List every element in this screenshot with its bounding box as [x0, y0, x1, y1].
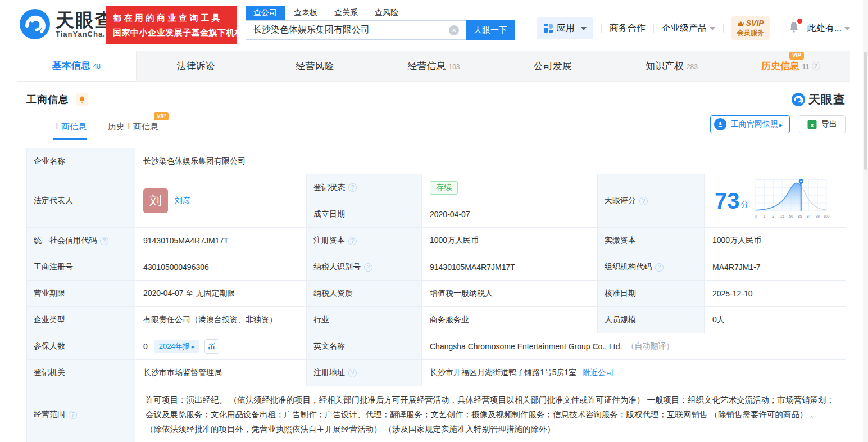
field-label-reg-number: 工商注册号 [27, 254, 135, 281]
search-tab-boss[interactable]: 查老板 [294, 6, 317, 20]
trend-chart-button[interactable] [204, 339, 219, 354]
apps-menu-button[interactable]: 应用 [537, 17, 593, 39]
bell-icon [79, 96, 85, 103]
bar-chart-icon [208, 342, 216, 350]
chevron-down-icon [581, 27, 587, 30]
nearby-companies-link[interactable]: 附近公司 [582, 368, 613, 378]
field-label-score: 天眼评分 [598, 174, 705, 228]
help-icon[interactable] [348, 183, 357, 192]
vip-badge: VIP [154, 112, 169, 120]
legal-rep-link[interactable]: 刘彦 [175, 196, 190, 206]
clear-search-icon[interactable] [449, 25, 459, 35]
tab-business-risk[interactable]: 经营风险 [255, 51, 374, 81]
field-label-insured-count: 参保人数 [27, 333, 135, 360]
tab-legal-proceedings[interactable]: 法律诉讼 [137, 51, 256, 81]
help-icon[interactable] [655, 263, 664, 272]
field-value-taxpayer-id: 91430105MA4R7JM17T [422, 254, 598, 281]
chevron-down-icon [844, 27, 850, 30]
nav-business-cooperation[interactable]: 商务合作 [610, 22, 646, 34]
help-icon[interactable] [100, 237, 108, 245]
status-badge: 存续 [430, 181, 458, 195]
field-value-taxpayer-quality: 增值税一般纳税人 [422, 281, 598, 307]
help-icon[interactable] [348, 237, 357, 245]
svg-text:0: 0 [755, 214, 757, 218]
field-label-reg-capital: 注册资本 [307, 228, 422, 254]
svg-text:50: 50 [789, 214, 793, 218]
svg-text:97: 97 [806, 214, 811, 218]
search-input[interactable] [246, 21, 466, 39]
subtab-history-business-info[interactable]: 历史工商信息 VIP [108, 121, 158, 140]
section-title: 工商信息 [26, 93, 69, 106]
field-label-company-type: 企业类型 [27, 307, 135, 333]
field-value-industry: 商务服务业 [422, 307, 598, 333]
field-label-industry: 行业 [307, 307, 422, 333]
search-tabs: 查公司 查老板 查关系 查风险 [246, 5, 515, 20]
help-icon[interactable] [812, 62, 820, 70]
banner-line1: 都在用的商业查询工具 [113, 11, 229, 25]
help-icon[interactable] [348, 369, 357, 377]
field-label-org-code: 组织机构代码 [598, 254, 705, 281]
scrollbar-track [863, 0, 868, 442]
divider [601, 24, 602, 33]
subtab-business-info[interactable]: 工商信息 [53, 121, 87, 140]
field-value-paid-capital: 1000万人民币 [705, 228, 846, 254]
score-number: 73 [715, 190, 740, 212]
svip-member-button[interactable]: SVIP 会员服务 [731, 16, 770, 40]
nav-enterprise-products[interactable]: 企业级产品 [662, 22, 715, 34]
notification-dot [797, 19, 802, 24]
subtab-row: 工商信息 历史工商信息 VIP 工商官网快照 [53, 119, 868, 140]
help-icon[interactable] [639, 197, 648, 205]
field-value-insured-count: 0 2024年报 [135, 333, 307, 360]
field-label-reg-authority: 登记机关 [27, 360, 135, 386]
logo-swirl-icon [792, 93, 805, 106]
tab-company-development[interactable]: 公司发展 [493, 51, 612, 81]
field-value-company-name: 长沙染色体娱乐集团有限公司 [135, 148, 846, 174]
svg-text:85: 85 [798, 214, 802, 218]
chevron-down-icon [710, 27, 715, 30]
score-distribution-chart: 0 1 3 15 50 85 97 99 100 [752, 177, 830, 224]
legal-rep-avatar[interactable]: 刘 [143, 188, 168, 213]
export-button[interactable]: x 导出 [799, 115, 846, 133]
header: 天眼查 TianYanCha.com 都在用的商业查询工具 国家中小企业发展子基… [0, 0, 868, 51]
logo-swirl-icon [20, 9, 50, 39]
tab-intellectual-property[interactable]: 知识产权 283 [612, 51, 731, 81]
divider [778, 24, 778, 33]
field-label-approval-date: 核准日期 [598, 281, 705, 307]
search-tab-risk[interactable]: 查风险 [375, 6, 398, 20]
app-grid-icon [543, 23, 553, 33]
svg-text:100: 100 [823, 214, 829, 218]
tab-business-info[interactable]: 经营信息 103 [374, 51, 493, 81]
promo-banner: 都在用的商业查询工具 国家中小企业发展子基金旗下机构 [106, 6, 237, 44]
tab-history-info[interactable]: 历史信息 VIP 11 [731, 51, 850, 81]
banner-line2: 国家中小企业发展子基金旗下机构 [113, 25, 229, 40]
subscribe-bell-button[interactable] [76, 93, 88, 106]
search-box [246, 20, 466, 40]
stamp-icon [714, 118, 726, 130]
apps-label: 应用 [557, 22, 575, 34]
field-label-credit-code: 统一社会信用代码 [27, 228, 135, 254]
field-value-reg-address: 长沙市开福区月湖街道鸭子铺路1号5房1室 附近公司 [422, 360, 846, 386]
field-value-reg-capital: 1000万人民币 [422, 228, 598, 254]
help-icon[interactable] [69, 411, 77, 419]
svg-text:1: 1 [763, 214, 765, 218]
field-label-taxpayer-id: 纳税人识别号 [307, 254, 422, 281]
field-label-legal-rep: 法定代表人 [27, 174, 135, 228]
field-label-paid-capital: 实缴资本 [598, 228, 705, 254]
field-label-staff-size: 人员规模 [598, 307, 705, 333]
field-label-english-name: 英文名称 [307, 333, 422, 360]
search-button[interactable]: 天眼一下 [466, 20, 515, 40]
scrollbar-thumb[interactable] [864, 52, 867, 170]
svg-text:15: 15 [780, 214, 784, 218]
search-tab-relation[interactable]: 查关系 [334, 6, 358, 20]
annual-report-badge[interactable]: 2024年报 [154, 340, 199, 353]
search-tab-company[interactable]: 查公司 [246, 6, 285, 20]
notification-bell-button[interactable] [788, 21, 799, 35]
official-snapshot-button[interactable]: 工商官网快照 [710, 115, 790, 133]
field-value-company-type: 有限责任公司（港澳台投资、非独资） [135, 307, 307, 333]
tab-basic-info[interactable]: 基本信息 48 [17, 51, 137, 81]
divider [653, 24, 654, 33]
header-right-nav: 应用 商务合作 企业级产品 SVIP 会员服务 [537, 16, 850, 40]
help-icon[interactable] [364, 263, 372, 272]
user-menu[interactable]: 此处有... [807, 22, 850, 34]
divider [723, 24, 724, 33]
